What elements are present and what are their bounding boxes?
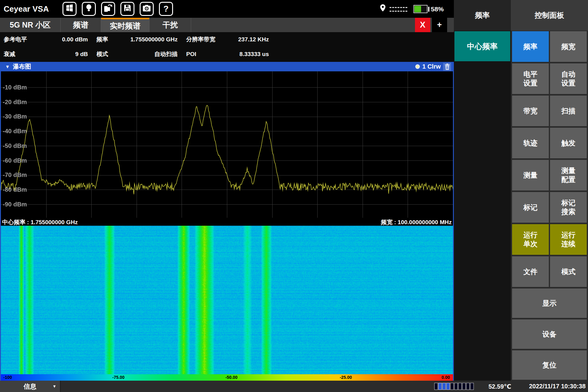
colorbar-label: -100 [3, 375, 12, 380]
panel-button-auto-setup[interactable]: 自动 设置 [550, 63, 587, 94]
spectrum-trace-canvas [1, 71, 453, 218]
help-button[interactable]: ? [159, 2, 173, 16]
panel-button-device[interactable]: 设备 [512, 319, 587, 349]
gps-status-dashes [390, 4, 407, 14]
status-block [434, 383, 438, 390]
panel-button-bandwidth[interactable]: 带宽 [512, 96, 549, 126]
status-block [446, 383, 450, 390]
question-icon: ? [163, 4, 168, 14]
collapse-triangle-icon[interactable]: ▼ [5, 64, 10, 69]
frequency-readout-bar: 中心频率 : 1.755000000 GHz 频宽 : 100.00000000… [1, 218, 453, 226]
panel-button-sweep[interactable]: 扫描 [550, 96, 587, 126]
measurement-params: 参考电平 0.00 dBm 频率 1.755000000 GHz 分辨率带宽 2… [0, 32, 454, 62]
mode-value[interactable]: 自动扫描 [126, 50, 178, 58]
status-block [438, 383, 442, 390]
waterfall-title: 瀑布图 [13, 62, 31, 71]
frequency-panel-title: 频率 [454, 0, 511, 31]
battery-icon [413, 5, 428, 13]
tab-interference[interactable]: 干扰 [149, 18, 191, 32]
panel-button-mode[interactable]: 模式 [550, 256, 587, 287]
frequency-label: 频率 [96, 36, 126, 43]
attenuation-label: 衰减 [4, 50, 50, 58]
mode-label: 模式 [96, 50, 126, 58]
panel-button-marker-search[interactable]: 标记 搜索 [550, 192, 587, 223]
center-frequency-readout: 中心频率 : 1.755000000 GHz [2, 218, 78, 226]
load-button[interactable] [101, 2, 115, 16]
battery-terminal [428, 7, 429, 12]
trash-icon [445, 64, 450, 70]
panel-button-run-single[interactable]: 运行 单次 [512, 224, 549, 255]
panel-button-marker[interactable]: 标记 [512, 192, 549, 223]
status-block [454, 383, 458, 390]
panel-button-trace[interactable]: 轨迹 [512, 128, 549, 158]
y-axis-tick: -90 dBm [3, 201, 27, 208]
screenshot-button[interactable] [140, 2, 154, 16]
save-button[interactable] [120, 2, 134, 16]
temperature-readout: 52.59℃ [488, 383, 511, 390]
colorbar-label: -75.00 [112, 375, 125, 380]
panel-button-frequency[interactable]: 频率 [512, 31, 549, 62]
info-dropdown[interactable]: 信息 ▼ [0, 381, 61, 392]
center-frequency-button[interactable]: 中心频率 [454, 31, 510, 61]
ref-level-label: 参考电平 [4, 36, 50, 43]
y-axis-tick: -30 dBm [3, 113, 27, 120]
tab-spectrum[interactable]: 频谱 [61, 18, 101, 32]
status-bar: 信息 ▼ 52.59℃ 2022/11/17 10:30:38 [0, 381, 588, 392]
status-block [458, 383, 462, 390]
control-panel-title: 控制面板 [511, 0, 588, 31]
y-axis-tick: -70 dBm [3, 171, 27, 179]
datetime-readout: 2022/11/17 10:30:38 [529, 383, 586, 390]
rbw-value[interactable]: 237.12 KHz [228, 36, 269, 43]
windows-menu-button[interactable] [62, 2, 77, 16]
colorbar-label: -50.00 [225, 375, 238, 380]
trace-radio-icon[interactable] [415, 64, 420, 69]
chevron-down-icon: ▼ [52, 384, 56, 389]
param-row: 衰减 9 dB 模式 自动扫描 POI 8.33333 us [0, 47, 454, 62]
camera-icon [142, 3, 151, 15]
spectrum-plot: -10 dBm -20 dBm -30 dBm -40 dBm -50 dBm … [1, 71, 453, 218]
tab-5g-nr-cell[interactable]: 5G NR 小区 [0, 18, 61, 32]
close-tab-button[interactable]: X [415, 18, 430, 32]
panel-button-run-continuous[interactable]: 运行 连续 [550, 224, 587, 255]
tab-bar: 5G NR 小区 频谱 实时频谱 干扰 X + [0, 18, 454, 32]
poi-value[interactable]: 8.33333 us [228, 51, 269, 58]
app-title: Ceyear VSA [4, 4, 49, 14]
frequency-value[interactable]: 1.755000000 GHz [126, 36, 178, 43]
panel-button-reset[interactable]: 复位 [512, 350, 587, 380]
trace-controls: 1 Clrw [415, 62, 451, 71]
y-axis-tick: -80 dBm [3, 186, 27, 193]
panel-button-measure[interactable]: 测量 [512, 160, 549, 190]
add-tab-button[interactable]: + [432, 18, 447, 32]
panel-button-measure-config[interactable]: 测量 配置 [550, 160, 587, 190]
trace-delete-button[interactable] [443, 63, 451, 71]
backlight-button[interactable] [82, 2, 96, 16]
trace-label: 1 Clrw [422, 63, 441, 70]
waterfall-canvas [1, 226, 453, 374]
status-blocks [434, 383, 474, 390]
ref-level-value[interactable]: 0.00 dBm [50, 36, 88, 43]
panel-button-trigger[interactable]: 触发 [550, 128, 587, 158]
battery-percent: 58% [431, 6, 444, 13]
folder-load-icon [104, 3, 113, 15]
control-button-grid: 频率 频宽 电平 设置 自动 设置 带宽 扫描 轨迹 触发 测量 测量 配置 标… [511, 31, 588, 380]
y-axis-tick: -40 dBm [3, 127, 27, 135]
top-bar: Ceyear VSA [0, 0, 454, 18]
location-pin-icon [379, 4, 386, 14]
tab-realtime-spectrum[interactable]: 实时频谱 [101, 18, 149, 32]
battery-indicator: 58% [413, 5, 444, 13]
status-block [470, 383, 474, 390]
waterfall-display [1, 226, 453, 374]
y-axis-tick: -60 dBm [3, 157, 27, 164]
panel-button-level-setup[interactable]: 电平 设置 [512, 63, 549, 94]
display-area: ▼ 瀑布图 1 Clrw -10 dBm -20 dBm -30 dBm -40… [0, 62, 454, 381]
windows-icon [65, 4, 74, 14]
panel-button-span[interactable]: 频宽 [550, 31, 587, 62]
panel-button-display[interactable]: 显示 [512, 288, 587, 318]
panel-button-file[interactable]: 文件 [512, 256, 549, 287]
info-dropdown-label: 信息 [24, 382, 36, 391]
span-readout: 频宽 : 100.000000000 MHz [381, 218, 452, 226]
control-panel: 控制面板 频率 频宽 电平 设置 自动 设置 带宽 扫描 轨迹 触发 测量 测量… [511, 0, 588, 381]
y-axis-tick: -10 dBm [3, 84, 27, 91]
attenuation-value[interactable]: 9 dB [50, 51, 88, 58]
status-block [442, 383, 446, 390]
